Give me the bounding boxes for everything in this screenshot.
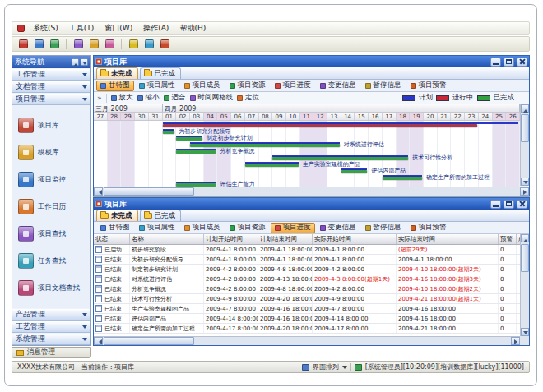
view-tab-4[interactable]: 项目进度 [271, 81, 315, 91]
system-button[interactable] [16, 38, 30, 50]
view-tab-1[interactable]: 项目属性 [135, 223, 179, 233]
column-header-0[interactable]: 状态 [94, 234, 130, 244]
view-tab-5[interactable]: 变更信息 [316, 223, 360, 233]
menu-item-0[interactable]: 系统(S) [33, 23, 58, 34]
view-tab-2[interactable]: 项目成员 [180, 81, 225, 91]
mail-button[interactable] [87, 38, 100, 50]
sidebar-item-2[interactable]: 项目监控 [12, 172, 90, 187]
scroll-up-arrow[interactable] [521, 234, 529, 242]
table-vertical-scrollbar[interactable] [520, 234, 529, 336]
task-bar[interactable] [272, 157, 408, 160]
view-tab-5[interactable]: 变更信息 [316, 81, 360, 91]
view-tab-7[interactable]: 项目预警 [406, 81, 451, 91]
task-bar[interactable] [176, 150, 216, 154]
table-row-0[interactable]: 已启动初步研究阶段2009-4-1 8:00:002009-4-1 18:00:… [94, 245, 520, 255]
column-header-4[interactable]: 实际开始时间 [313, 234, 397, 244]
task-bar[interactable] [341, 170, 367, 173]
table-row-7[interactable]: 已结束评估内部产品2009-4-14 8:00:002009-4-16 18:0… [94, 314, 520, 324]
sidebar-group-bottom-0[interactable]: 产品管理 [12, 308, 90, 321]
view-tab-4[interactable]: 项目进度 [271, 223, 315, 233]
view-tab-1[interactable]: 项目属性 [135, 81, 179, 91]
sidebar-item-1[interactable]: 模板库 [12, 145, 90, 160]
lock-button[interactable] [127, 38, 140, 50]
table-row-1[interactable]: 已结束为初步研究分配领导2009-4-1 8:00:002009-4-1 18:… [94, 255, 520, 265]
view-tab-6[interactable]: 暂停信息 [361, 223, 406, 233]
menu-item-2[interactable]: 窗口(W) [104, 23, 132, 34]
gantt-window-titlebar[interactable]: 项目库 [94, 56, 529, 67]
report-button[interactable] [103, 38, 116, 50]
column-header-3[interactable]: 计划结束时间 [258, 234, 313, 244]
sidebar-item-4[interactable]: 项目查找 [12, 226, 90, 242]
scroll-left-arrow[interactable] [94, 337, 103, 345]
table-row-6[interactable]: 已结束生产实验室规模的产品2009-4-7 8:00:002009-4-16 1… [94, 304, 520, 314]
folder-tab-1[interactable]: 已完成 [140, 67, 182, 79]
view-tab-0[interactable]: 甘特图 [96, 223, 134, 233]
table-window-titlebar[interactable]: 项目库 [94, 198, 529, 210]
zoom-in-button[interactable]: 放大 [111, 93, 133, 103]
arrange-windows-button[interactable]: 界面排列 [313, 362, 339, 371]
gantt-vertical-scrollbar[interactable] [520, 104, 529, 186]
table-row-3[interactable]: 已结束对系统进行评估2009-4-2 8:00:002009-4-13 18:0… [94, 274, 520, 284]
sidebar-item-6[interactable]: 项目文档查找 [12, 280, 90, 296]
zoom-out-button[interactable]: 缩小 [137, 93, 160, 103]
exit-button[interactable] [158, 38, 171, 50]
menu-item-3[interactable]: 操作(A) [143, 23, 169, 34]
refresh-button[interactable] [48, 38, 61, 50]
window-layout-button[interactable] [72, 38, 85, 50]
locate-button[interactable]: 定位 [237, 93, 259, 103]
table-row-4[interactable]: 已结束分析竞争概况2009-4-2 8:00:002009-4-8 18:00:… [94, 284, 520, 294]
column-header-2[interactable]: 计划开始时间 [204, 234, 258, 244]
scrollbar-thumb[interactable] [521, 114, 529, 142]
time-gridline-button[interactable]: 时间网格线 [190, 93, 234, 103]
scrollbar-thumb[interactable] [521, 244, 529, 272]
view-tab-7[interactable]: 项目预警 [406, 223, 451, 233]
sidebar-item-0[interactable]: 项目库 [12, 118, 90, 133]
task-bar[interactable] [176, 137, 202, 141]
scroll-down-arrow[interactable] [521, 328, 529, 336]
sidebar-group-bottom-1[interactable]: 工艺管理 [12, 321, 90, 333]
menu-item-1[interactable]: 工具(T) [69, 23, 95, 34]
task-bar[interactable] [190, 144, 340, 147]
table-horizontal-scrollbar[interactable] [94, 336, 520, 345]
task-bar[interactable] [163, 131, 175, 134]
view-tab-3[interactable]: 项目资源 [225, 223, 270, 233]
sidebar-group-top-1[interactable]: 文档管理 [12, 81, 90, 93]
task-bar[interactable] [383, 177, 422, 180]
task-bar[interactable] [245, 164, 299, 167]
maximize-button[interactable] [504, 200, 514, 209]
sidebar-item-5[interactable]: 任务查找 [12, 253, 90, 269]
task-bar[interactable] [163, 124, 477, 127]
folder-tab-0[interactable]: 未完成 [96, 210, 138, 221]
scroll-down-arrow[interactable] [521, 178, 529, 186]
sidebar-group-top-0[interactable]: 工作管理 [12, 68, 90, 81]
fit-view-button[interactable]: 适合 [164, 93, 186, 103]
task-bar[interactable] [176, 183, 216, 187]
sidebar-collapse-button[interactable] [72, 58, 79, 66]
scroll-right-arrow[interactable] [520, 187, 529, 196]
gantt-horizontal-scrollbar[interactable] [94, 187, 529, 196]
scrollbar-thumb[interactable] [104, 187, 194, 196]
scrollbar-thumb[interactable] [104, 337, 194, 345]
view-tab-3[interactable]: 项目资源 [225, 81, 270, 91]
sidebar-menu-button[interactable] [81, 58, 88, 66]
save-button[interactable] [32, 38, 45, 50]
scroll-left-arrow[interactable] [94, 187, 103, 196]
close-button[interactable] [517, 58, 527, 67]
sidebar-item-3[interactable]: 工作日历 [12, 199, 90, 214]
column-header-5[interactable]: 实际结束时间 [397, 234, 499, 244]
folder-tab-0[interactable]: 未完成 [96, 67, 138, 79]
minimize-button[interactable] [490, 200, 501, 209]
view-tab-2[interactable]: 项目成员 [180, 223, 225, 233]
scroll-right-arrow[interactable] [511, 337, 520, 345]
sidebar-group-bottom-2[interactable]: 系统管理 [12, 333, 90, 345]
table-row-5[interactable]: 已结束技术可行性分析2009-4-9 8:00:002009-4-20 18:0… [94, 294, 520, 304]
minimize-button[interactable] [490, 58, 501, 67]
globe-button[interactable] [142, 38, 155, 50]
overflow-chevron-icon[interactable]: » [97, 94, 102, 102]
sidebar-group-project-management[interactable]: 项目管理 [12, 93, 90, 105]
column-header-1[interactable]: 名称 [130, 234, 204, 244]
close-button[interactable] [517, 200, 527, 209]
message-management-tab[interactable]: 消息管理 [12, 347, 91, 358]
maximize-button[interactable] [504, 58, 514, 67]
menu-item-4[interactable]: 帮助(H) [179, 23, 206, 34]
